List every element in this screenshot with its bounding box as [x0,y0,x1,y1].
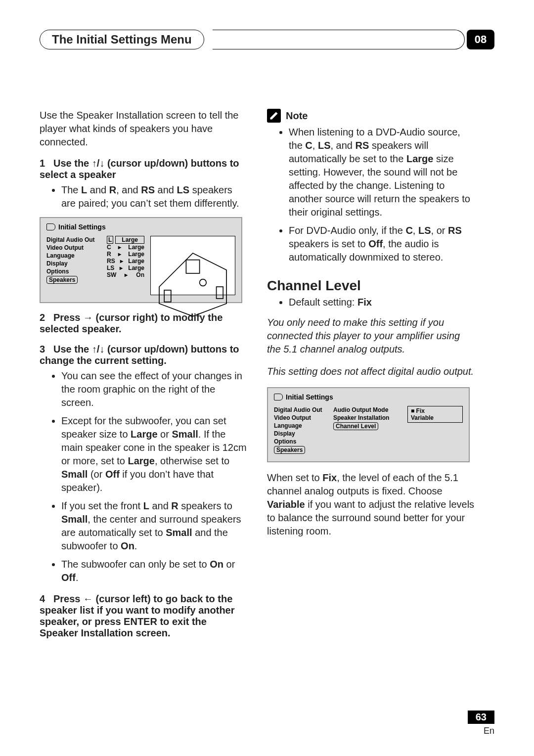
osd-nav: Digital Audio Out Video Output Language … [46,236,101,284]
right-column: Note When listening to a DVD-Audio sourc… [267,109,475,642]
page-title: The Initial Settings Menu [40,30,204,49]
svg-point-2 [200,279,207,286]
arrow-up-down-icon: ↑/↓ [92,344,105,355]
italic-paragraph: You only need to make this setting if yo… [267,316,475,356]
list-item: The subwoofer can only be set to On or O… [61,558,247,584]
left-column: Use the Speaker Installation screen to t… [40,109,247,642]
svg-rect-1 [186,260,199,273]
step-4: 4Press ← (cursor left) to go back to the… [40,593,247,639]
body-columns: Use the Speaker Installation screen to t… [40,109,494,642]
page-header: The Initial Settings Menu 08 [40,30,494,49]
osd-speaker-installation: Initial Settings Digital Audio Out Video… [40,217,242,303]
italic-paragraph: This setting does not affect digital aud… [267,365,475,378]
list-item: When listening to a DVD-Audio source, th… [289,126,475,219]
step1-bullets: The L and R, and RS and LS speakers are … [40,183,247,210]
svg-marker-0 [159,253,226,316]
note-bullets: When listening to a DVD-Audio source, th… [267,126,475,264]
page-footer: 63 En [468,711,494,736]
osd-room-graphic [150,236,235,295]
arrow-right-icon: → [83,312,93,323]
osd-channel-level: Initial Settings Digital Audio Out Video… [267,387,470,462]
note-header: Note [267,109,475,123]
step-3: 3Use the ↑/↓ (cursor up/down) buttons to… [40,344,247,366]
language-label: En [468,726,494,736]
osd-title: Initial Settings [46,223,235,231]
list-item: Except for the subwoofer, you can set sp… [61,414,247,494]
note-icon [267,109,281,123]
room-icon [151,236,235,320]
osd-speaker-list: LLarge C▸Large R▸Large RS▸Large LS▸Large… [106,236,145,278]
list-item: Default setting: Fix [289,296,475,309]
osd-options: Fix Variable [407,406,463,423]
list-item: You can see the effect of your changes i… [61,369,247,409]
osd-sub-list: Audio Output Mode Speaker Installation C… [333,406,402,431]
list-item: If you set the front L and R speakers to… [61,499,247,553]
paragraph: When set to Fix, the level of each of th… [267,471,475,538]
section-heading-channel-level: Channel Level [267,278,475,294]
list-item: The L and R, and RS and LS speakers are … [61,183,247,210]
default-setting: Default setting: Fix [267,296,475,309]
step-1: 1Use the ↑/↓ (cursor up/down) buttons to… [40,158,247,180]
osd-title: Initial Settings [274,393,463,401]
svg-rect-4 [217,287,223,299]
chapter-badge: 08 [467,30,494,49]
step3-bullets: You can see the effect of your changes i… [40,369,247,584]
page-number: 63 [468,711,494,724]
list-item: For DVD-Audio only, if the C, LS, or RS … [289,224,475,264]
arrow-left-icon: ← [83,593,93,604]
manual-page: The Initial Settings Menu 08 Use the Spe… [0,0,534,756]
intro-paragraph: Use the Speaker Installation screen to t… [40,109,247,149]
arrow-up-down-icon: ↑/↓ [92,158,105,169]
osd-nav: Digital Audio Out Video Output Language … [274,406,328,454]
svg-rect-3 [164,290,171,302]
